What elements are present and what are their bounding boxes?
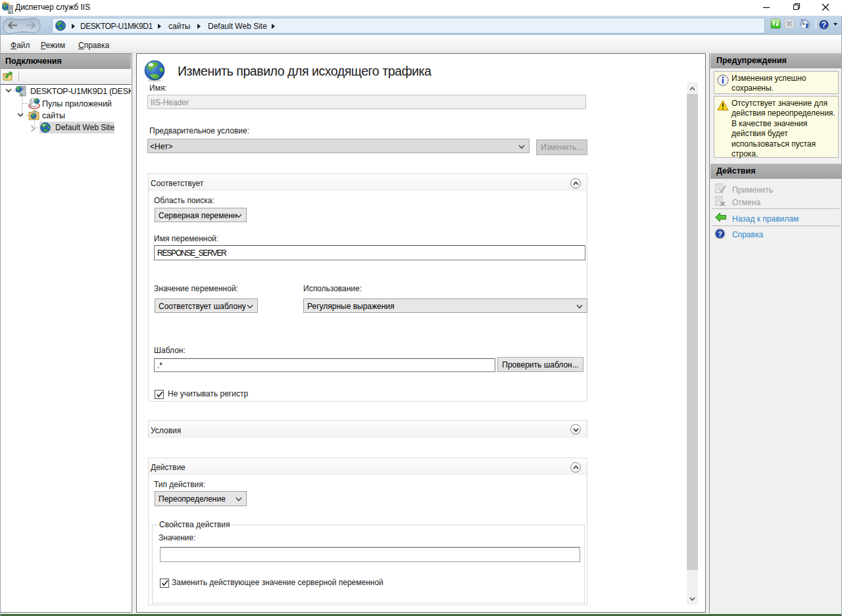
svg-text:?: ? xyxy=(822,20,826,30)
svg-text:?: ? xyxy=(718,230,722,238)
